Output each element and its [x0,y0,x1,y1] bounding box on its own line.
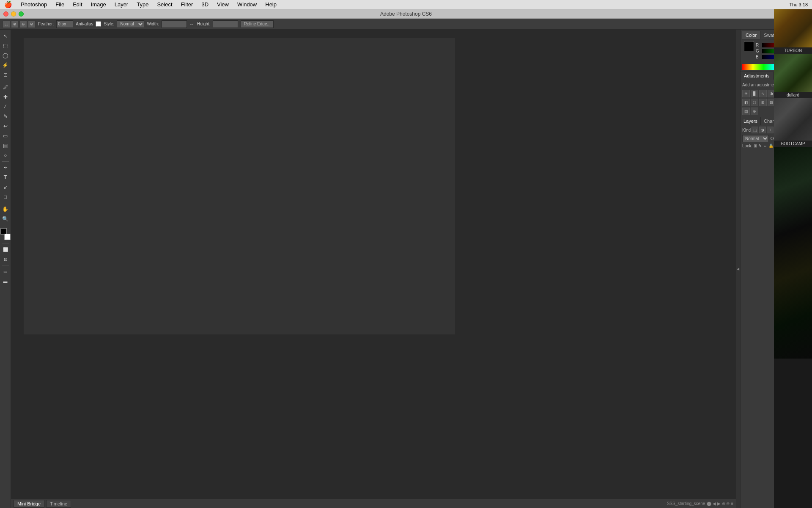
width-input[interactable] [162,20,187,28]
subtract-selection-icon[interactable]: ⊖ [19,20,27,28]
brightness-contrast-icon[interactable]: ☀ [742,90,750,97]
screen-mode-button[interactable]: ▭ [1,267,10,276]
new-selection-icon[interactable]: ⬚ [3,20,10,28]
photo-card-dullard[interactable]: dullard [774,54,812,98]
photo-card-bootcamp[interactable]: BOOTCAMP [774,98,812,147]
canvas-wrapper: Mini Bridge Timeline SSS_starting_scene … [11,30,736,508]
background-color[interactable] [4,234,11,240]
adjustments-tab[interactable]: Adjustments [741,72,774,80]
canvas[interactable] [24,38,455,334]
timeline-tab[interactable]: Timeline [46,500,71,508]
photo-filter-icon[interactable]: ⬡ [751,99,758,106]
standard-mode-button[interactable]: ⬜ [1,245,10,254]
red-label: R [756,43,761,47]
menu-photoshop[interactable]: Photoshop [16,1,51,8]
menu-view[interactable]: View [213,1,233,8]
height-input[interactable] [213,20,238,28]
menu-edit[interactable]: Edit [69,1,86,8]
layer-filter-pixel-icon[interactable]: ⬚ [752,127,758,133]
menu-help[interactable]: Help [261,1,281,8]
history-brush-tool-button[interactable]: ↩ [1,121,10,131]
quick-mask-button[interactable]: ⊡ [1,254,10,264]
options-bar: ⬚ ⊕ ⊖ ⊗ Feather: Anti-alias Style: Norma… [0,19,812,30]
menu-image[interactable]: Image [87,1,110,8]
photo-dullard-image [774,54,812,92]
dodge-tool-button[interactable]: ○ [1,151,10,160]
shape-tool-button[interactable]: □ [1,192,10,202]
color-swatches[interactable] [0,228,11,240]
color-tab[interactable]: Color [742,31,760,39]
green-label: G [756,49,761,53]
tool-separator-4 [2,225,9,225]
satellite-image-background [774,147,812,359]
apple-menu[interactable]: 🍎 [0,1,16,8]
bottom-status-text: SSS_starting_scene [667,501,705,506]
full-screen-mode-button[interactable]: ▬ [1,276,10,286]
menu-select[interactable]: Select [153,1,176,8]
height-label: Height: [197,22,211,26]
quick-selection-tool-button[interactable]: ⚡ [1,61,10,70]
black-white-icon[interactable]: ◧ [742,99,750,106]
minimize-button[interactable] [11,11,16,17]
intersect-selection-icon[interactable]: ⊗ [28,20,36,28]
crop-tool-button[interactable]: ⊡ [1,70,10,80]
move-tool-button[interactable]: ↖ [1,31,10,41]
layers-tab[interactable]: Layers [741,117,761,125]
close-button[interactable] [3,11,8,17]
lock-move-icon[interactable]: ↔ [763,144,767,148]
photoshop-window: Adobe Photoshop CS6 ⬚ ⊕ ⊖ ⊗ Feather: Ant… [0,9,812,508]
zoom-tool-button[interactable]: 🔍 [1,214,10,224]
mini-bridge-tab[interactable]: Mini Bridge [14,500,44,508]
eraser-tool-button[interactable]: ▭ [1,131,10,141]
photo-card-turbon[interactable]: TURBON [774,9,812,54]
photo-bootcamp-image [774,98,812,141]
color-preview-swatch[interactable] [744,41,754,51]
lock-checkerboard-icon[interactable]: ⊞ [754,144,757,148]
clone-stamp-tool-button[interactable]: ✎ [1,112,10,121]
tool-mode-icons: ⬚ ⊕ ⊖ ⊗ [3,20,36,28]
maximize-button[interactable] [19,11,24,17]
lasso-tool-button[interactable]: ◯ [1,51,10,60]
add-selection-icon[interactable]: ⊕ [11,20,19,28]
photo-dullard-label: dullard [774,92,812,98]
path-selection-tool-button[interactable]: ↙ [1,182,10,192]
feather-input[interactable] [56,20,73,28]
menu-file[interactable]: File [51,1,69,8]
gradient-map-icon[interactable]: ▤ [742,108,750,115]
pen-tool-button[interactable]: ✒ [1,163,10,172]
lock-brush-icon[interactable]: ✎ [758,144,762,148]
menu-layer[interactable]: Layer [110,1,133,8]
hand-tool-button[interactable]: ✋ [1,204,10,214]
rectangular-marquee-tool-button[interactable]: ⬚ [1,41,10,50]
style-select[interactable]: Normal [117,20,144,28]
kind-label: Kind [742,128,751,133]
channel-mixer-icon[interactable]: ⊞ [759,99,767,106]
menu-window[interactable]: Window [233,1,261,8]
tool-separator-3 [2,203,9,203]
selective-color-icon[interactable]: ⊛ [751,108,758,115]
panel-collapse-left[interactable]: ◀ [736,30,740,508]
menu-filter[interactable]: Filter [177,1,198,8]
menu-bar-right: Thu 3:18 [790,2,812,7]
type-tool-button[interactable]: T [1,173,10,182]
blend-mode-select[interactable]: Normal [742,135,769,142]
lock-all-icon[interactable]: 🔒 [768,144,774,148]
gradient-tool-button[interactable]: ▤ [1,141,10,150]
healing-brush-tool-button[interactable]: ✚ [1,92,10,102]
menu-3d[interactable]: 3D [197,1,213,8]
canvas-bottom-bar: Mini Bridge Timeline SSS_starting_scene … [11,499,736,508]
brush-tool-button[interactable]: ∕ [1,102,10,111]
width-label: Width: [147,22,159,26]
eyedropper-tool-button[interactable]: 🖊 [1,83,10,92]
feather-label: Feather: [38,22,54,26]
layer-filter-adjust-icon[interactable]: ◑ [759,127,766,133]
layer-filter-type-icon[interactable]: T [767,127,774,133]
curves-icon[interactable]: ∿ [759,90,767,97]
levels-icon[interactable]: ▊ [751,90,758,97]
tool-separator-5 [2,243,9,243]
content-area: ↖ ⬚ ◯ ⚡ ⊡ 🖊 ✚ ∕ ✎ ↩ ▭ ▤ ○ ✒ T ↙ □ ✋ 🔍 [0,30,812,508]
anti-alias-checkbox[interactable] [96,21,101,27]
anti-alias-label: Anti-alias [76,22,93,26]
refine-edge-button[interactable]: Refine Edge... [241,20,273,28]
menu-type[interactable]: Type [132,1,153,8]
